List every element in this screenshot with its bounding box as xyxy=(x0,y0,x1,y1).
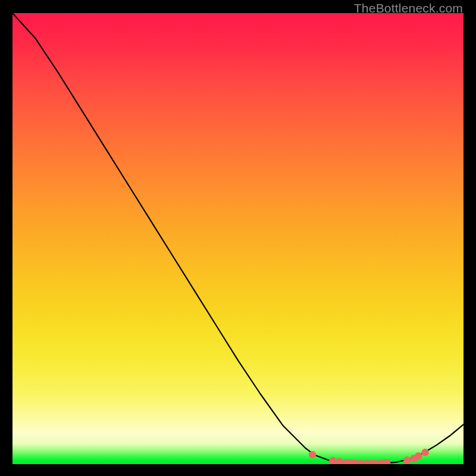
chart-svg xyxy=(12,13,464,464)
data-point xyxy=(336,458,343,464)
dots-group xyxy=(309,449,429,464)
watermark-text: TheBottleneck.com xyxy=(354,1,463,15)
data-point xyxy=(383,459,390,464)
data-point xyxy=(403,456,411,464)
chart-container: TheBottleneck.com xyxy=(0,0,476,476)
data-point xyxy=(329,457,336,464)
data-point xyxy=(309,451,316,458)
curve-line xyxy=(12,13,464,464)
data-point xyxy=(421,449,428,456)
data-point xyxy=(415,452,422,459)
plot-area xyxy=(12,13,464,464)
